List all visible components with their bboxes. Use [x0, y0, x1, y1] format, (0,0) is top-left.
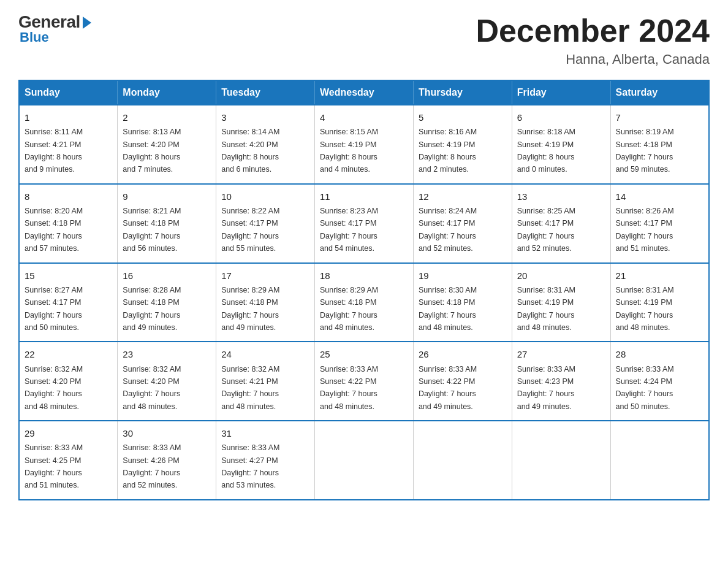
day-number: 30 [123, 426, 211, 440]
day-info: Sunrise: 8:33 AM Sunset: 4:22 PM Dayligh… [320, 365, 378, 411]
calendar-cell: 2Sunrise: 8:13 AM Sunset: 4:20 PM Daylig… [118, 105, 216, 184]
calendar-cell: 12Sunrise: 8:24 AM Sunset: 4:17 PM Dayli… [413, 184, 512, 263]
day-info: Sunrise: 8:11 AM Sunset: 4:21 PM Dayligh… [25, 128, 83, 174]
day-info: Sunrise: 8:33 AM Sunset: 4:24 PM Dayligh… [616, 365, 674, 411]
calendar-cell: 13Sunrise: 8:25 AM Sunset: 4:17 PM Dayli… [512, 184, 610, 263]
title-section: December 2024 Hanna, Alberta, Canada [476, 12, 710, 67]
calendar-cell: 18Sunrise: 8:29 AM Sunset: 4:18 PM Dayli… [315, 263, 414, 342]
calendar-cell: 14Sunrise: 8:26 AM Sunset: 4:17 PM Dayli… [610, 184, 709, 263]
day-number: 10 [221, 190, 309, 204]
calendar-cell: 31Sunrise: 8:33 AM Sunset: 4:27 PM Dayli… [216, 421, 315, 500]
day-info: Sunrise: 8:21 AM Sunset: 4:18 PM Dayligh… [123, 207, 181, 253]
calendar-cell [512, 421, 610, 500]
calendar-table: SundayMondayTuesdayWednesdayThursdayFrid… [18, 80, 710, 500]
calendar-cell: 4Sunrise: 8:15 AM Sunset: 4:19 PM Daylig… [315, 105, 414, 184]
calendar-cell: 22Sunrise: 8:32 AM Sunset: 4:20 PM Dayli… [19, 342, 118, 421]
day-number: 13 [517, 190, 605, 204]
day-info: Sunrise: 8:28 AM Sunset: 4:18 PM Dayligh… [123, 286, 181, 332]
calendar-cell: 3Sunrise: 8:14 AM Sunset: 4:20 PM Daylig… [216, 105, 315, 184]
day-of-week-header: Saturday [610, 80, 709, 105]
day-number: 26 [419, 347, 507, 361]
day-number: 1 [25, 110, 112, 124]
day-info: Sunrise: 8:13 AM Sunset: 4:20 PM Dayligh… [123, 128, 181, 174]
day-number: 4 [320, 110, 408, 124]
month-title: December 2024 [476, 12, 710, 49]
day-info: Sunrise: 8:32 AM Sunset: 4:20 PM Dayligh… [25, 365, 83, 411]
day-number: 22 [25, 347, 112, 361]
day-number: 7 [616, 110, 703, 124]
calendar-cell: 26Sunrise: 8:33 AM Sunset: 4:22 PM Dayli… [413, 342, 512, 421]
day-info: Sunrise: 8:24 AM Sunset: 4:17 PM Dayligh… [419, 207, 477, 253]
day-info: Sunrise: 8:20 AM Sunset: 4:18 PM Dayligh… [25, 207, 83, 253]
calendar-cell: 29Sunrise: 8:33 AM Sunset: 4:25 PM Dayli… [19, 421, 118, 500]
logo-arrow-icon [83, 17, 91, 29]
day-info: Sunrise: 8:29 AM Sunset: 4:18 PM Dayligh… [221, 286, 279, 332]
calendar-cell: 7Sunrise: 8:19 AM Sunset: 4:18 PM Daylig… [610, 105, 709, 184]
day-info: Sunrise: 8:25 AM Sunset: 4:17 PM Dayligh… [517, 207, 575, 253]
calendar-cell: 30Sunrise: 8:33 AM Sunset: 4:26 PM Dayli… [118, 421, 216, 500]
day-number: 2 [123, 110, 211, 124]
day-number: 23 [123, 347, 211, 361]
days-of-week-row: SundayMondayTuesdayWednesdayThursdayFrid… [19, 80, 709, 105]
calendar-cell: 25Sunrise: 8:33 AM Sunset: 4:22 PM Dayli… [315, 342, 414, 421]
day-number: 9 [123, 190, 211, 204]
day-number: 14 [616, 190, 703, 204]
day-info: Sunrise: 8:14 AM Sunset: 4:20 PM Dayligh… [221, 128, 279, 174]
day-number: 15 [25, 269, 112, 283]
calendar-week-row: 15Sunrise: 8:27 AM Sunset: 4:17 PM Dayli… [19, 263, 709, 342]
calendar-cell [413, 421, 512, 500]
day-number: 5 [419, 110, 507, 124]
calendar-week-row: 1Sunrise: 8:11 AM Sunset: 4:21 PM Daylig… [19, 105, 709, 184]
calendar-body: 1Sunrise: 8:11 AM Sunset: 4:21 PM Daylig… [19, 105, 709, 500]
day-number: 25 [320, 347, 408, 361]
day-info: Sunrise: 8:19 AM Sunset: 4:18 PM Dayligh… [616, 128, 674, 174]
location-subtitle: Hanna, Alberta, Canada [476, 52, 710, 67]
day-number: 18 [320, 269, 408, 283]
calendar-week-row: 29Sunrise: 8:33 AM Sunset: 4:25 PM Dayli… [19, 421, 709, 500]
day-info: Sunrise: 8:15 AM Sunset: 4:19 PM Dayligh… [320, 128, 378, 174]
day-number: 21 [616, 269, 703, 283]
calendar-cell: 15Sunrise: 8:27 AM Sunset: 4:17 PM Dayli… [19, 263, 118, 342]
day-of-week-header: Sunday [19, 80, 118, 105]
calendar-cell: 23Sunrise: 8:32 AM Sunset: 4:20 PM Dayli… [118, 342, 216, 421]
calendar-cell: 17Sunrise: 8:29 AM Sunset: 4:18 PM Dayli… [216, 263, 315, 342]
day-number: 3 [221, 110, 309, 124]
day-info: Sunrise: 8:30 AM Sunset: 4:18 PM Dayligh… [419, 286, 477, 332]
day-number: 12 [419, 190, 507, 204]
calendar-week-row: 8Sunrise: 8:20 AM Sunset: 4:18 PM Daylig… [19, 184, 709, 263]
day-info: Sunrise: 8:22 AM Sunset: 4:17 PM Dayligh… [221, 207, 279, 253]
calendar-cell [315, 421, 414, 500]
day-number: 31 [221, 426, 309, 440]
day-of-week-header: Thursday [413, 80, 512, 105]
day-number: 27 [517, 347, 605, 361]
day-number: 20 [517, 269, 605, 283]
day-info: Sunrise: 8:33 AM Sunset: 4:22 PM Dayligh… [419, 365, 477, 411]
calendar-header: SundayMondayTuesdayWednesdayThursdayFrid… [19, 80, 709, 105]
day-of-week-header: Friday [512, 80, 610, 105]
calendar-cell: 6Sunrise: 8:18 AM Sunset: 4:19 PM Daylig… [512, 105, 610, 184]
calendar-cell: 10Sunrise: 8:22 AM Sunset: 4:17 PM Dayli… [216, 184, 315, 263]
calendar-week-row: 22Sunrise: 8:32 AM Sunset: 4:20 PM Dayli… [19, 342, 709, 421]
day-info: Sunrise: 8:33 AM Sunset: 4:25 PM Dayligh… [25, 443, 83, 489]
logo-blue-text: Blue [20, 29, 49, 45]
day-number: 11 [320, 190, 408, 204]
day-info: Sunrise: 8:23 AM Sunset: 4:17 PM Dayligh… [320, 207, 378, 253]
calendar-cell: 21Sunrise: 8:31 AM Sunset: 4:19 PM Dayli… [610, 263, 709, 342]
day-number: 8 [25, 190, 112, 204]
day-number: 6 [517, 110, 605, 124]
day-info: Sunrise: 8:26 AM Sunset: 4:17 PM Dayligh… [616, 207, 674, 253]
day-info: Sunrise: 8:31 AM Sunset: 4:19 PM Dayligh… [616, 286, 674, 332]
day-of-week-header: Wednesday [315, 80, 414, 105]
day-info: Sunrise: 8:33 AM Sunset: 4:27 PM Dayligh… [221, 443, 279, 489]
calendar-cell: 24Sunrise: 8:32 AM Sunset: 4:21 PM Dayli… [216, 342, 315, 421]
day-of-week-header: Tuesday [216, 80, 315, 105]
day-number: 29 [25, 426, 112, 440]
day-info: Sunrise: 8:27 AM Sunset: 4:17 PM Dayligh… [25, 286, 83, 332]
day-info: Sunrise: 8:32 AM Sunset: 4:20 PM Dayligh… [123, 365, 181, 411]
day-number: 17 [221, 269, 309, 283]
day-number: 16 [123, 269, 211, 283]
calendar-cell: 9Sunrise: 8:21 AM Sunset: 4:18 PM Daylig… [118, 184, 216, 263]
day-number: 24 [221, 347, 309, 361]
day-of-week-header: Monday [118, 80, 216, 105]
calendar-cell: 5Sunrise: 8:16 AM Sunset: 4:19 PM Daylig… [413, 105, 512, 184]
